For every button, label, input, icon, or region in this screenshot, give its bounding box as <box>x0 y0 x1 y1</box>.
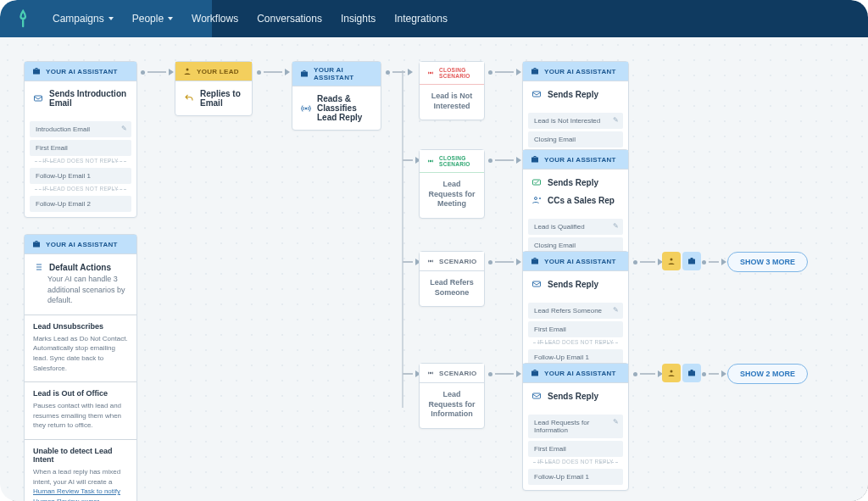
seq-item[interactable]: First Email <box>528 441 623 457</box>
node-lead[interactable]: YOUR LEAD Replies to Email <box>175 61 253 116</box>
broadcast-icon <box>426 257 435 265</box>
svg-rect-10 <box>533 281 541 287</box>
svg-point-9 <box>535 198 537 200</box>
svg-point-3 <box>430 72 431 74</box>
node-scenario-3[interactable]: SCENARIO Lead Refers Someone <box>419 251 485 307</box>
default-section-text: When a lead reply has mixed intent, your… <box>25 467 136 501</box>
svg-point-13 <box>670 370 673 373</box>
broadcast-icon <box>426 369 435 377</box>
svg-rect-0 <box>35 96 42 101</box>
scenario-label: Lead Requests for Meeting <box>420 173 484 218</box>
connector <box>488 258 521 266</box>
workflow-canvas[interactable]: YOUR AI ASSISTANT Sends Introduction Ema… <box>0 37 868 501</box>
connector <box>257 68 290 76</box>
nav-workflows[interactable]: Workflows <box>192 13 238 25</box>
briefcase-icon <box>687 368 697 378</box>
seq-item[interactable]: Follow-Up Email 1 <box>30 168 131 184</box>
node-title: YOUR AI ASSISTANT <box>314 66 374 81</box>
seq-item[interactable]: Introduction Email✎ <box>30 121 131 137</box>
seq-item[interactable]: Lead Refers Someone✎ <box>528 303 623 319</box>
default-section-title: Lead is Out of Office <box>25 382 136 401</box>
envelope-icon <box>531 279 542 289</box>
svg-point-4 <box>430 160 431 162</box>
node-ai-intro[interactable]: YOUR AI ASSISTANT Sends Introduction Ema… <box>24 61 137 218</box>
connector <box>633 370 663 378</box>
svg-rect-7 <box>533 92 541 97</box>
node-subtitle: Your AI can handle 3 additional scenario… <box>47 275 125 304</box>
node-action: Default Actions <box>49 263 111 272</box>
node-ai-classify[interactable]: YOUR AI ASSISTANT Reads & Classifies Lea… <box>292 61 381 131</box>
human-review-link[interactable]: Human Review Task to notify Human Review… <box>33 487 120 501</box>
nav-insights[interactable]: Insights <box>341 13 376 25</box>
node-ai-reply-4[interactable]: YOUR AI ASSISTANT Sends Reply Lead Reque… <box>522 363 629 491</box>
edit-icon[interactable]: ✎ <box>613 418 619 426</box>
seq-separator: IF LEAD DOES NOT REPLY <box>528 457 623 466</box>
briefcase-icon <box>530 66 540 76</box>
branch-line <box>402 70 403 408</box>
seq-separator: IF LEAD DOES NOT REPLY <box>528 337 623 347</box>
svg-point-12 <box>670 259 673 261</box>
default-section-title: Unable to detect Lead Intent <box>25 440 136 467</box>
briefcase-icon <box>687 256 697 266</box>
person-add-icon <box>531 195 542 205</box>
person-icon <box>666 256 676 266</box>
connector <box>488 68 521 76</box>
briefcase-icon <box>31 239 42 249</box>
briefcase-icon <box>299 69 309 79</box>
briefcase-icon <box>530 256 540 266</box>
edit-icon[interactable]: ✎ <box>613 116 619 124</box>
node-title: CLOSING SCENARIO <box>439 67 477 79</box>
nav-campaigns[interactable]: Campaigns <box>53 13 114 25</box>
edit-icon[interactable]: ✎ <box>613 222 619 230</box>
node-action: Reads & Classifies Lead Reply <box>317 94 372 122</box>
nav-people[interactable]: People <box>132 13 173 25</box>
mini-node-ai[interactable] <box>682 364 701 382</box>
nav-conversations[interactable]: Conversations <box>257 13 322 25</box>
mini-node-ai[interactable] <box>682 252 701 270</box>
default-section-title: Lead Unsubscribes <box>25 315 136 334</box>
mini-node-lead[interactable] <box>662 364 681 382</box>
node-scenario-4[interactable]: SCENARIO Lead Requests for Information <box>419 363 485 429</box>
node-default-actions[interactable]: YOUR AI ASSISTANT Default Actions Your A… <box>24 234 137 501</box>
envelope-icon <box>33 93 43 103</box>
mini-node-lead[interactable] <box>662 252 681 270</box>
connector <box>488 156 521 164</box>
list-icon <box>33 262 43 272</box>
node-ai-reply-2[interactable]: YOUR AI ASSISTANT Sends Reply CCs a Sale… <box>522 149 629 259</box>
default-section-text: Pauses contact with lead and resumes ema… <box>25 401 136 440</box>
node-closing-scenario-1[interactable]: CLOSING SCENARIO Lead is Not Interested <box>419 61 485 120</box>
seq-item[interactable]: Lead is Qualified✎ <box>528 219 623 235</box>
seq-item[interactable]: Closing Email <box>528 131 623 148</box>
seq-item[interactable]: Lead Requests for Information✎ <box>528 415 623 438</box>
edit-icon[interactable]: ✎ <box>613 306 619 314</box>
svg-point-6 <box>430 372 431 374</box>
briefcase-icon <box>530 154 540 164</box>
seq-item[interactable]: Lead is Not Interested✎ <box>528 113 623 129</box>
chevron-down-icon <box>108 17 114 20</box>
node-title: YOUR AI ASSISTANT <box>544 68 616 75</box>
connector <box>141 68 174 76</box>
show-more-button[interactable]: SHOW 2 MORE <box>727 364 808 384</box>
node-title: YOUR AI ASSISTANT <box>46 68 118 75</box>
svg-point-1 <box>186 69 189 71</box>
email-sequence: Introduction Email✎ First Email IF LEAD … <box>25 115 136 217</box>
svg-rect-11 <box>533 393 541 398</box>
node-ai-reply-1[interactable]: YOUR AI ASSISTANT Sends Reply Lead is No… <box>522 61 629 153</box>
node-closing-scenario-2[interactable]: CLOSING SCENARIO Lead Requests for Meeti… <box>419 149 485 219</box>
show-more-button[interactable]: SHOW 3 MORE <box>727 252 808 272</box>
connector <box>403 258 420 266</box>
nav-integrations[interactable]: Integrations <box>394 13 448 25</box>
broadcast-icon <box>426 157 435 165</box>
node-action: Sends Reply <box>548 392 598 401</box>
svg-point-2 <box>305 108 307 109</box>
seq-item[interactable]: First Email <box>528 321 623 337</box>
seq-item[interactable]: Follow-Up Email 2 <box>30 196 131 212</box>
node-title: YOUR AI ASSISTANT <box>544 156 616 164</box>
seq-separator: IF LEAD DOES NOT REPLY <box>30 156 131 165</box>
node-ai-reply-3[interactable]: YOUR AI ASSISTANT Sends Reply Lead Refer… <box>522 251 629 371</box>
seq-item[interactable]: Follow-Up Email 1 <box>528 469 623 485</box>
seq-item[interactable]: First Email <box>30 140 131 156</box>
connector <box>403 156 420 164</box>
node-action: Sends Reply <box>548 90 598 99</box>
edit-icon[interactable]: ✎ <box>121 125 127 132</box>
